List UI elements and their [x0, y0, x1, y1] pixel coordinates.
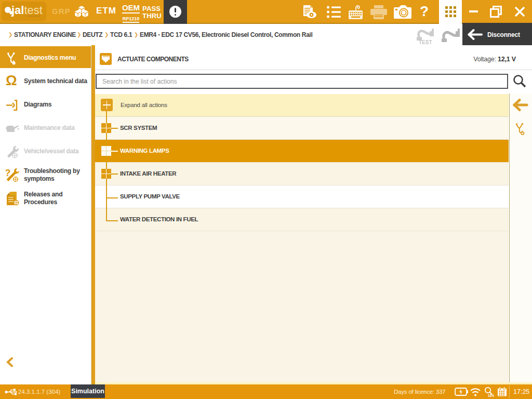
- svg-text:TEST: TEST: [419, 39, 432, 45]
- svg-text:15%: 15%: [488, 394, 494, 397]
